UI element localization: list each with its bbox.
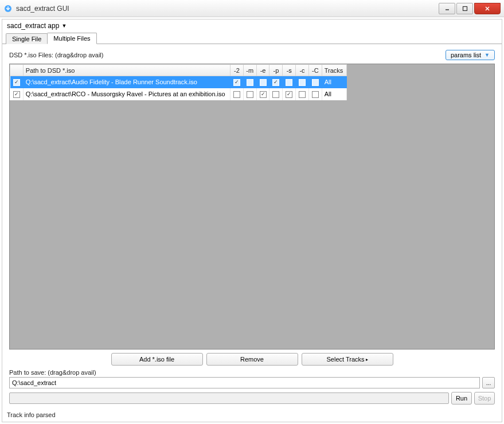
row-flag-fp[interactable] [269,88,283,100]
select-tracks-button[interactable]: Select Tracks ▸ [302,353,393,366]
col-tracks[interactable]: Tracks [322,65,346,76]
row-flag-fs[interactable] [283,76,296,88]
title-bar: sacd_extract GUI [0,0,504,17]
row-flag-f2[interactable] [230,76,243,88]
row-enable-checkbox[interactable] [10,76,24,88]
row-path: Q:\sacd_extract\Audio Fidelity - Blade R… [23,76,230,88]
table-row[interactable]: Q:\sacd_extract\Audio Fidelity - Blade R… [10,76,347,88]
remove-button[interactable]: Remove [206,353,298,366]
row-flag-fc[interactable] [296,76,309,88]
chevron-right-icon: ▸ [366,357,368,362]
row-flag-f2[interactable] [230,88,243,100]
row-flag-fs[interactable] [283,88,296,100]
run-button[interactable]: Run [451,392,472,405]
file-list-panel: Path to DSD *.iso -2 -m -e -p -s -c -C T… [9,64,495,350]
dsd-files-label: DSD *.iso Files: (drag&drop avail) [9,52,103,58]
save-path-label: Path to save: (drag&drop avail) [9,369,495,376]
minimize-button[interactable] [439,3,455,14]
maximize-button[interactable] [456,3,473,14]
col-C[interactable]: -C [308,65,322,76]
progress-bar [9,392,449,404]
table-row[interactable]: Q:\sacd_extract\RCO - Mussorgsky Ravel -… [10,88,347,100]
col-2[interactable]: -2 [230,65,243,76]
tabs: Single File Multiple Files [2,32,502,44]
app-dropdown-label: sacd_extract app [7,22,59,30]
close-button[interactable] [474,3,501,14]
save-path-input[interactable] [9,377,480,388]
row-flag-fc[interactable] [296,88,309,100]
tab-multiple-files[interactable]: Multiple Files [47,33,96,44]
col-check[interactable] [10,65,24,76]
row-enable-checkbox[interactable] [10,88,24,100]
row-flag-fC[interactable] [308,88,322,100]
file-table: Path to DSD *.iso -2 -m -e -p -s -c -C T… [10,64,347,100]
row-flag-fm[interactable] [243,88,256,100]
row-flag-fe[interactable] [256,76,269,88]
col-c[interactable]: -c [296,65,309,76]
app-icon [3,4,13,13]
row-flag-fp[interactable] [269,76,283,88]
params-list-button[interactable]: params list ▼ [446,50,495,60]
row-tracks: All [322,76,346,88]
chevron-down-icon: ▼ [61,23,67,29]
tab-single-file[interactable]: Single File [6,33,48,44]
browse-button[interactable]: ... [482,377,495,388]
row-tracks: All [322,88,346,100]
row-flag-fe[interactable] [256,88,269,100]
stop-button: Stop [474,392,495,405]
svg-rect-2 [463,6,467,10]
col-p[interactable]: -p [269,65,283,76]
window-title: sacd_extract GUI [16,5,439,13]
col-path[interactable]: Path to DSD *.iso [23,65,230,76]
chevron-down-icon: ▼ [485,52,490,58]
col-e[interactable]: -e [256,65,269,76]
app-dropdown[interactable]: sacd_extract app ▼ [2,19,502,32]
col-s[interactable]: -s [283,65,296,76]
add-iso-button[interactable]: Add *.iso file [111,353,203,366]
row-flag-fC[interactable] [308,76,322,88]
row-flag-fm[interactable] [243,76,256,88]
status-bar: Track info parsed [2,410,502,422]
row-path: Q:\sacd_extract\RCO - Mussorgsky Ravel -… [23,88,230,100]
col-m[interactable]: -m [243,65,256,76]
